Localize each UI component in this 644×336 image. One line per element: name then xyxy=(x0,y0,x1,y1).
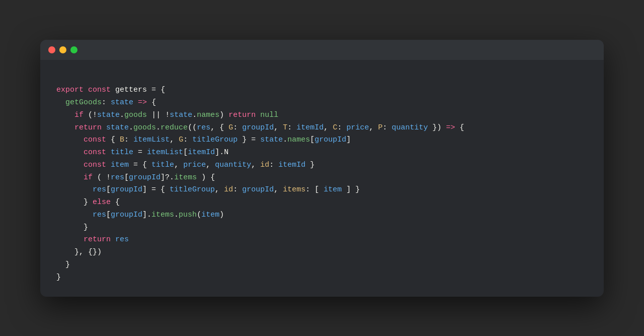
code-window: export const getters = { getGoods: state… xyxy=(40,40,604,297)
code-line-2: getGoods: state => { xyxy=(56,97,588,109)
code-line-5: const { B: itemList, G: titleGroup } = s… xyxy=(56,134,588,147)
titlebar xyxy=(40,40,604,60)
code-line-15: } xyxy=(56,259,588,272)
code-line-8: if ( !res[groupId]?.items ) { xyxy=(56,172,588,184)
code-line-11: res[groupId].items.push(item) xyxy=(56,209,588,222)
code-line-4: return state.goods.reduce((res, { G: gro… xyxy=(56,122,588,135)
code-line-6: const title = itemList[itemId].N xyxy=(56,147,588,159)
code-line-7: const item = { title, price, quantity, i… xyxy=(56,159,588,172)
code-line-13: return res xyxy=(56,234,588,246)
close-button[interactable] xyxy=(48,46,55,53)
code-line-3: if (!state.goods || !state.names) return… xyxy=(56,109,588,122)
code-line-9: res[groupId] = { titleGroup, id: groupId… xyxy=(56,184,588,196)
code-line-1: export const getters = { xyxy=(56,72,588,97)
code-line-14: }, {}) xyxy=(56,246,588,259)
code-line-10: } else { xyxy=(56,196,588,209)
code-editor: export const getters = { getGoods: state… xyxy=(40,60,604,296)
maximize-button[interactable] xyxy=(70,46,77,53)
minimize-button[interactable] xyxy=(59,46,66,53)
code-line-12: } xyxy=(56,222,588,234)
code-line-16: } xyxy=(56,272,588,284)
